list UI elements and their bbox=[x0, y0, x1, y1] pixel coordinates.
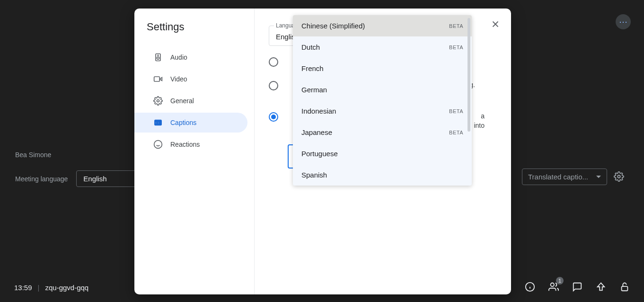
svg-text:CC: CC bbox=[156, 121, 161, 125]
dialog-title: Settings bbox=[147, 21, 247, 33]
language-option-label: Spanish bbox=[301, 171, 327, 179]
language-option[interactable]: JapaneseBETA bbox=[293, 122, 472, 143]
beta-tag: BETA bbox=[449, 130, 463, 135]
chat-icon[interactable] bbox=[572, 282, 582, 293]
gear-icon bbox=[153, 96, 163, 106]
svg-rect-9 bbox=[154, 77, 160, 81]
language-option[interactable]: IndonesianBETA bbox=[293, 100, 472, 122]
language-option[interactable]: Spanish bbox=[293, 164, 472, 186]
language-dropdown-panel: Chinese (Simplified)BETADutchBETAFrenchG… bbox=[293, 15, 472, 186]
language-option[interactable]: German bbox=[293, 79, 472, 100]
translated-captions-dropdown[interactable]: Translated captio... bbox=[522, 169, 607, 185]
beta-tag: BETA bbox=[449, 23, 463, 29]
participant-name: Bea Simone bbox=[15, 151, 51, 159]
language-option-label: Portuguese bbox=[301, 150, 338, 158]
language-option[interactable]: Chinese (Simplified)BETA bbox=[293, 15, 472, 36]
nav-general[interactable]: General bbox=[147, 91, 247, 111]
svg-rect-5 bbox=[622, 286, 628, 291]
people-icon[interactable]: 1 bbox=[548, 282, 559, 293]
separator: | bbox=[38, 284, 40, 292]
language-option[interactable]: DutchBETA bbox=[293, 36, 472, 58]
activities-icon[interactable] bbox=[596, 282, 606, 293]
nav-video[interactable]: Video bbox=[147, 69, 247, 89]
svg-point-0 bbox=[618, 175, 620, 178]
beta-tag: BETA bbox=[449, 44, 463, 50]
nav-captions[interactable]: CC Captions bbox=[134, 113, 247, 133]
radio-icon bbox=[269, 57, 278, 67]
language-option-label: Japanese bbox=[301, 128, 332, 136]
translated-captions-label: Translated captio... bbox=[528, 173, 588, 181]
nav-video-label: Video bbox=[170, 75, 187, 83]
settings-gear-icon[interactable] bbox=[614, 171, 624, 184]
clock-time: 13:59 bbox=[14, 284, 32, 292]
speaker-icon bbox=[153, 53, 163, 62]
language-option-label: Indonesian bbox=[301, 107, 336, 115]
svg-point-11 bbox=[157, 100, 159, 102]
nav-audio-label: Audio bbox=[170, 53, 187, 61]
smile-icon bbox=[153, 140, 163, 149]
video-icon bbox=[153, 74, 163, 84]
svg-point-14 bbox=[154, 141, 162, 149]
radio-icon bbox=[269, 81, 278, 90]
close-button[interactable] bbox=[490, 19, 501, 31]
chevron-down-icon bbox=[596, 176, 601, 178]
more-options-button[interactable]: ⋯ bbox=[616, 14, 631, 29]
meeting-code: zqu-ggvd-gqq bbox=[45, 284, 88, 292]
language-option[interactable]: Portuguese bbox=[293, 143, 472, 164]
close-icon bbox=[490, 19, 501, 29]
language-option-label: French bbox=[301, 64, 324, 72]
host-controls-icon[interactable] bbox=[619, 282, 630, 293]
meeting-language-dropdown[interactable]: English bbox=[76, 170, 142, 187]
nav-reactions-label: Reactions bbox=[170, 141, 200, 148]
svg-point-8 bbox=[158, 55, 159, 56]
scrollbar-track[interactable] bbox=[468, 18, 470, 132]
more-horizontal-icon: ⋯ bbox=[619, 17, 628, 27]
language-option-label: Chinese (Simplified) bbox=[301, 22, 365, 30]
language-option[interactable]: French bbox=[293, 58, 472, 79]
svg-point-4 bbox=[551, 283, 554, 286]
nav-captions-label: Captions bbox=[170, 119, 196, 126]
svg-point-7 bbox=[157, 57, 159, 59]
nav-reactions[interactable]: Reactions bbox=[147, 134, 247, 154]
settings-sidebar: Settings Audio Video General CC Captions bbox=[134, 9, 255, 294]
meeting-language-label: Meeting language bbox=[15, 175, 68, 183]
people-count-badge: 1 bbox=[556, 277, 564, 284]
beta-tag: BETA bbox=[449, 108, 463, 114]
spoken-language-value: Englis bbox=[276, 33, 295, 41]
language-option-label: German bbox=[301, 86, 327, 94]
info-icon[interactable] bbox=[525, 282, 535, 293]
language-option-label: Dutch bbox=[301, 43, 320, 51]
nav-audio[interactable]: Audio bbox=[147, 47, 247, 67]
captions-icon: CC bbox=[153, 118, 163, 127]
radio-icon-selected bbox=[269, 112, 278, 122]
nav-general-label: General bbox=[170, 97, 194, 105]
meeting-language-row: Meeting language English bbox=[15, 170, 142, 187]
